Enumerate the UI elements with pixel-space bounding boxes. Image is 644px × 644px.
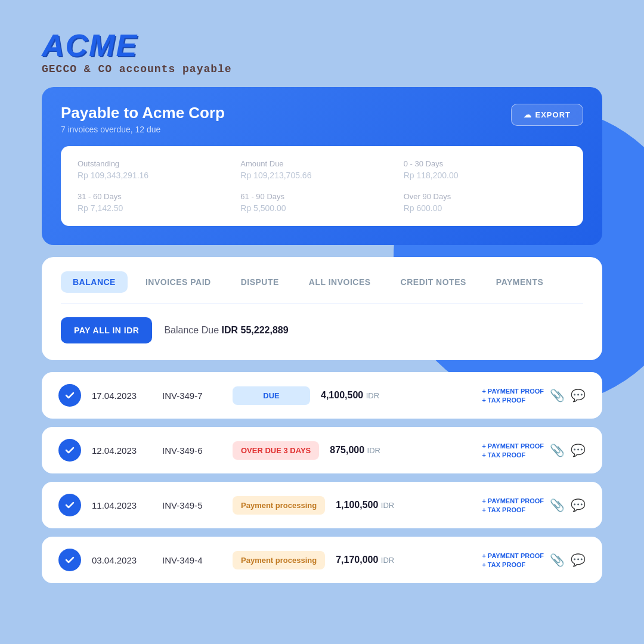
stat-item: 31 - 60 Days Rp 7,142.50 bbox=[78, 192, 240, 213]
subtitle: GECCO & CO accounts payable bbox=[42, 63, 602, 75]
stat-item: Over 90 Days Rp 600.00 bbox=[404, 192, 566, 213]
status-badge: Payment processing bbox=[233, 551, 325, 569]
invoice-row: 11.04.2023 INV-349-5 Payment processing … bbox=[42, 482, 602, 528]
tab-balance[interactable]: BALANCE bbox=[61, 271, 128, 293]
tab-dispute[interactable]: DISPUTE bbox=[229, 271, 291, 293]
invoice-date: 11.04.2023 bbox=[92, 500, 151, 510]
invoice-actions: + PAYMENT PROOF + TAX PROOF 📎 💬 bbox=[482, 497, 586, 513]
stat-item: 61 - 90 Days Rp 5,500.00 bbox=[240, 192, 403, 213]
proof-links: + PAYMENT PROOF + TAX PROOF bbox=[482, 388, 544, 404]
stat-label: Over 90 Days bbox=[404, 192, 566, 201]
balance-due: Balance Due IDR 55,222,889 bbox=[164, 325, 288, 336]
payable-card: Payable to Acme Corp 7 invoices overdue,… bbox=[42, 87, 602, 245]
stat-item: 0 - 30 Days Rp 118,200.00 bbox=[404, 159, 566, 180]
tab-credit-notes[interactable]: CREDIT NOTES bbox=[389, 271, 478, 293]
tab-payments[interactable]: PAYMENTS bbox=[484, 271, 555, 293]
stat-label: 31 - 60 Days bbox=[78, 192, 240, 201]
invoice-row: 12.04.2023 INV-349-6 OVER DUE 3 DAYS 875… bbox=[42, 427, 602, 473]
proof-links: + PAYMENT PROOF + TAX PROOF bbox=[482, 552, 544, 568]
invoice-number: INV-349-7 bbox=[162, 391, 222, 401]
status-badge: OVER DUE 3 DAYS bbox=[233, 441, 319, 460]
stat-value: Rp 7,142.50 bbox=[78, 203, 240, 213]
attachment-icon[interactable]: 📎 bbox=[550, 444, 565, 456]
tabs-card: BALANCEINVOICES PAIDDISPUTEALL INVOICESC… bbox=[42, 257, 602, 360]
attachment-icon[interactable]: 📎 bbox=[550, 389, 565, 401]
payable-title: Payable to Acme Corp bbox=[61, 104, 225, 122]
invoice-amount: 4,100,500 IDR bbox=[321, 390, 404, 401]
tax-proof-link[interactable]: + TAX PROOF bbox=[482, 397, 544, 404]
invoice-actions: + PAYMENT PROOF + TAX PROOF 📎 💬 bbox=[482, 442, 586, 459]
invoice-date: 12.04.2023 bbox=[92, 445, 151, 456]
payment-proof-link[interactable]: + PAYMENT PROOF bbox=[482, 442, 544, 450]
chat-icon[interactable]: 💬 bbox=[571, 554, 586, 566]
check-circle[interactable] bbox=[58, 494, 81, 516]
invoice-date: 03.04.2023 bbox=[92, 555, 151, 565]
tabs-row: BALANCEINVOICES PAIDDISPUTEALL INVOICESC… bbox=[61, 271, 583, 293]
payable-subtitle: 7 invoices overdue, 12 due bbox=[61, 125, 225, 134]
payable-info: Payable to Acme Corp 7 invoices overdue,… bbox=[61, 104, 225, 134]
stat-value: Rp 600.00 bbox=[404, 203, 566, 213]
status-badge: Payment processing bbox=[233, 496, 325, 515]
stat-item: Outstanding Rp 109,343,291.16 bbox=[78, 159, 240, 180]
payment-proof-link[interactable]: + PAYMENT PROOF bbox=[482, 552, 544, 559]
invoice-number: INV-349-5 bbox=[162, 500, 222, 510]
logo: ACME bbox=[42, 30, 602, 61]
tax-proof-link[interactable]: + TAX PROOF bbox=[482, 561, 544, 568]
proof-links: + PAYMENT PROOF + TAX PROOF bbox=[482, 442, 544, 459]
invoice-actions: + PAYMENT PROOF + TAX PROOF 📎 💬 bbox=[482, 388, 586, 404]
invoice-number: INV-349-4 bbox=[162, 555, 222, 565]
attachment-icon[interactable]: 📎 bbox=[550, 499, 565, 511]
payment-proof-link[interactable]: + PAYMENT PROOF bbox=[482, 497, 544, 504]
chat-icon[interactable]: 💬 bbox=[571, 389, 586, 401]
tax-proof-link[interactable]: + TAX PROOF bbox=[482, 506, 544, 513]
pay-all-button[interactable]: PAY ALL IN IDR bbox=[61, 317, 152, 343]
stat-label: Outstanding bbox=[78, 159, 240, 168]
invoice-date: 17.04.2023 bbox=[92, 391, 151, 401]
check-circle[interactable] bbox=[58, 439, 81, 462]
pay-row: PAY ALL IN IDR Balance Due IDR 55,222,88… bbox=[61, 317, 583, 343]
stat-value: Rp 109,343,291.16 bbox=[78, 171, 240, 180]
invoice-actions: + PAYMENT PROOF + TAX PROOF 📎 💬 bbox=[482, 552, 586, 568]
payment-proof-link[interactable]: + PAYMENT PROOF bbox=[482, 388, 544, 395]
stat-label: Amount Due bbox=[240, 159, 403, 168]
stat-item: Amount Due Rp 109,213,705.66 bbox=[240, 159, 403, 180]
invoice-number: INV-349-6 bbox=[162, 445, 222, 456]
chat-icon[interactable]: 💬 bbox=[571, 444, 586, 456]
check-circle[interactable] bbox=[58, 384, 81, 407]
stat-value: Rp 118,200.00 bbox=[404, 171, 566, 180]
page-wrapper: ACME GECCO & CO accounts payable Payable… bbox=[0, 0, 644, 613]
invoice-amount: 875,000 IDR bbox=[330, 445, 413, 456]
invoice-amount: 7,170,000 IDR bbox=[336, 555, 419, 565]
invoice-amount: 1,100,500 IDR bbox=[336, 500, 419, 510]
stat-value: Rp 109,213,705.66 bbox=[240, 171, 403, 180]
stats-card: Outstanding Rp 109,343,291.16 Amount Due… bbox=[61, 146, 583, 226]
tab-invoices-paid[interactable]: INVOICES PAID bbox=[134, 271, 223, 293]
stat-label: 0 - 30 Days bbox=[404, 159, 566, 168]
tab-all-invoices[interactable]: ALL INVOICES bbox=[297, 271, 383, 293]
invoice-list: 17.04.2023 INV-349-7 DUE 4,100,500 IDR +… bbox=[42, 372, 602, 583]
stat-label: 61 - 90 Days bbox=[240, 192, 403, 201]
attachment-icon[interactable]: 📎 bbox=[550, 554, 565, 566]
payable-header: Payable to Acme Corp 7 invoices overdue,… bbox=[61, 104, 583, 134]
invoice-row: 17.04.2023 INV-349-7 DUE 4,100,500 IDR +… bbox=[42, 372, 602, 419]
tax-proof-link[interactable]: + TAX PROOF bbox=[482, 451, 544, 459]
upload-icon: ☁ bbox=[524, 110, 532, 119]
invoice-row: 03.04.2023 INV-349-4 Payment processing … bbox=[42, 537, 602, 583]
proof-links: + PAYMENT PROOF + TAX PROOF bbox=[482, 497, 544, 513]
chat-icon[interactable]: 💬 bbox=[571, 499, 586, 511]
status-badge: DUE bbox=[233, 386, 310, 405]
export-button[interactable]: ☁ EXPORT bbox=[511, 104, 583, 126]
check-circle[interactable] bbox=[58, 549, 81, 571]
tab-divider bbox=[61, 304, 583, 304]
header: ACME GECCO & CO accounts payable bbox=[42, 30, 602, 75]
stat-value: Rp 5,500.00 bbox=[240, 203, 403, 213]
